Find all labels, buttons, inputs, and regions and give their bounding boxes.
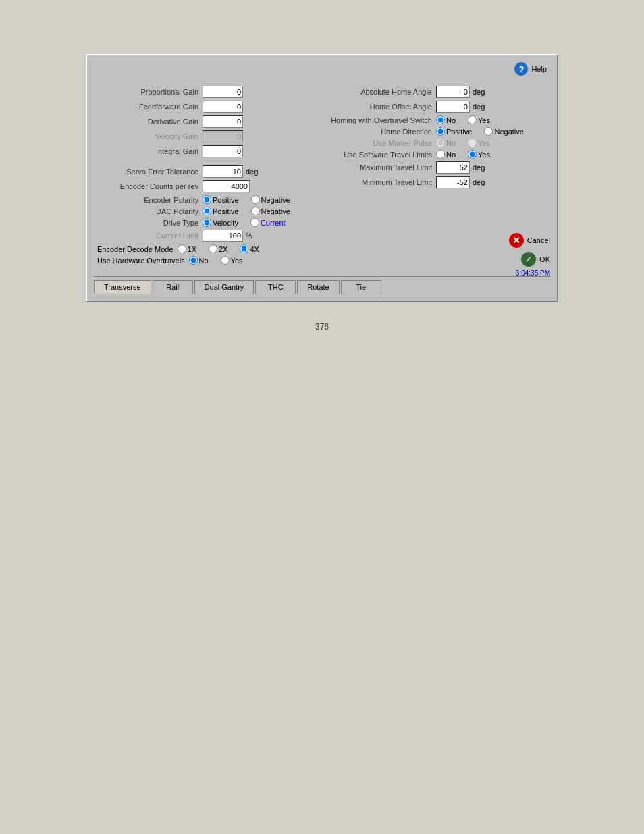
hardware-overtravels-label: Use Hardware Overtravels xyxy=(97,257,185,265)
homing-overtravel-no-option[interactable]: No xyxy=(436,115,456,124)
max-travel-input[interactable] xyxy=(436,161,470,174)
tab-rail[interactable]: Rail xyxy=(153,280,193,294)
drive-type-velocity-radio[interactable] xyxy=(203,218,211,227)
home-offset-angle-unit: deg xyxy=(473,103,485,111)
home-direction-label: Home Direction xyxy=(311,128,432,136)
hardware-overtravels-no-radio[interactable] xyxy=(189,256,198,265)
action-buttons: ✕ Cancel ✓ OK xyxy=(509,233,550,267)
tab-rotate[interactable]: Rotate xyxy=(297,280,339,294)
encoder-polarity-row: Encoder Polarity Positive Negative xyxy=(97,195,297,204)
drive-type-current-option[interactable]: Current xyxy=(250,218,286,227)
home-direction-positive-option[interactable]: Positive xyxy=(436,127,473,136)
drive-type-group: Velocity Current xyxy=(203,218,292,227)
encoder-decode-4x-option[interactable]: 4X xyxy=(240,244,259,253)
min-travel-unit: deg xyxy=(473,178,485,186)
home-direction-negative-option[interactable]: Negative xyxy=(484,127,523,136)
homing-overtravel-yes-option[interactable]: Yes xyxy=(468,115,490,124)
derivative-gain-label: Derivative Gain xyxy=(97,118,198,126)
marker-pulse-no-label: No xyxy=(446,139,456,147)
software-travel-no-label: No xyxy=(446,151,456,159)
encoder-decode-1x-option[interactable]: 1X xyxy=(178,244,196,253)
software-travel-no-option[interactable]: No xyxy=(436,150,456,159)
home-direction-positive-radio[interactable] xyxy=(436,127,445,136)
tab-thc[interactable]: THC xyxy=(255,280,296,294)
help-icon[interactable]: ? xyxy=(514,62,528,76)
encoder-decode-4x-radio[interactable] xyxy=(240,244,248,253)
ok-button[interactable]: ✓ OK xyxy=(521,252,550,267)
current-limit-label: Current Limit xyxy=(97,232,198,240)
hardware-overtravels-yes-radio[interactable] xyxy=(221,256,230,265)
home-offset-angle-row: Home Offset Angle deg xyxy=(311,101,547,113)
homing-overtravel-label: Homing with Overtravel Switch xyxy=(311,116,432,124)
homing-overtravel-yes-radio[interactable] xyxy=(468,115,477,124)
tab-transverse[interactable]: Transverse xyxy=(94,280,151,294)
current-limit-input[interactable] xyxy=(203,230,243,242)
encoder-polarity-positive-option[interactable]: Positive xyxy=(203,195,239,204)
encoder-decode-2x-option[interactable]: 2X xyxy=(209,244,227,253)
encoder-decode-2x-label: 2X xyxy=(219,245,227,253)
drive-type-current-radio[interactable] xyxy=(250,218,259,227)
hardware-overtravels-group: No Yes xyxy=(189,256,250,265)
feedforward-gain-label: Feedforward Gain xyxy=(97,103,198,111)
tab-dual-gantry[interactable]: Dual Gantry xyxy=(194,280,254,294)
min-travel-row: Minimum Travel Limit deg xyxy=(311,176,547,188)
encoder-decode-2x-radio[interactable] xyxy=(209,244,217,253)
integral-gain-label: Integral Gain xyxy=(97,147,198,155)
encoder-counts-row: Encoder Counts per rev xyxy=(97,180,297,192)
software-travel-yes-radio[interactable] xyxy=(468,150,477,159)
absolute-home-angle-label: Absolute Home Angle xyxy=(311,88,432,96)
integral-gain-input[interactable] xyxy=(203,145,243,157)
max-travel-row: Maximum Travel Limit deg xyxy=(311,161,547,174)
current-limit-unit: % xyxy=(246,232,252,240)
servo-error-input[interactable] xyxy=(203,165,243,178)
drive-type-velocity-label: Velocity xyxy=(213,219,238,227)
home-direction-group: Positive Negative xyxy=(436,127,531,136)
cancel-icon: ✕ xyxy=(509,233,524,248)
marker-pulse-yes-label: Yes xyxy=(478,139,490,147)
encoder-decode-label: Encoder Decode Mode xyxy=(97,245,173,253)
encoder-polarity-positive-radio[interactable] xyxy=(203,195,211,204)
software-travel-yes-option[interactable]: Yes xyxy=(468,150,490,159)
encoder-polarity-negative-option[interactable]: Negative xyxy=(251,195,290,204)
encoder-polarity-label: Encoder Polarity xyxy=(97,196,198,204)
drive-type-current-label: Current xyxy=(261,219,286,227)
home-offset-angle-input[interactable] xyxy=(436,101,470,113)
hardware-overtravels-yes-option[interactable]: Yes xyxy=(221,256,243,265)
absolute-home-angle-input[interactable] xyxy=(436,86,470,98)
software-travel-row: Use Software Travel Limits No Yes xyxy=(311,150,547,159)
derivative-gain-input[interactable] xyxy=(203,115,243,128)
hardware-overtravels-row: Use Hardware Overtravels No Yes xyxy=(97,256,297,265)
cancel-button[interactable]: ✕ Cancel xyxy=(509,233,550,248)
home-direction-negative-radio[interactable] xyxy=(484,127,493,136)
left-panel: Proportional Gain Feedforward Gain Deriv… xyxy=(97,86,297,267)
encoder-decode-1x-radio[interactable] xyxy=(178,244,186,253)
dac-polarity-positive-option[interactable]: Positive xyxy=(203,207,239,215)
tab-tie[interactable]: Tie xyxy=(341,280,381,294)
marker-pulse-no-option: No xyxy=(436,138,456,147)
velocity-gain-row: Velocity Gain xyxy=(97,130,297,142)
encoder-counts-input[interactable] xyxy=(203,180,250,192)
dac-polarity-negative-radio[interactable] xyxy=(251,207,260,215)
hardware-overtravels-no-label: No xyxy=(199,257,209,265)
min-travel-input[interactable] xyxy=(436,176,470,188)
encoder-counts-label: Encoder Counts per rev xyxy=(97,182,198,190)
homing-overtravel-no-radio[interactable] xyxy=(436,115,445,124)
homing-overtravel-no-label: No xyxy=(446,116,456,124)
drive-type-velocity-option[interactable]: Velocity xyxy=(203,218,238,227)
dac-polarity-negative-option[interactable]: Negative xyxy=(251,207,290,215)
feedforward-gain-input[interactable] xyxy=(203,101,243,113)
proportional-gain-input[interactable] xyxy=(203,86,243,98)
encoder-polarity-negative-radio[interactable] xyxy=(251,195,260,204)
absolute-home-angle-unit: deg xyxy=(473,88,485,96)
marker-pulse-no-radio xyxy=(436,138,445,147)
dac-polarity-group: Positive Negative xyxy=(203,207,297,215)
software-travel-no-radio[interactable] xyxy=(436,150,445,159)
dac-polarity-positive-radio[interactable] xyxy=(203,207,211,215)
encoder-decode-4x-label: 4X xyxy=(250,245,259,253)
dac-polarity-positive-label: Positive xyxy=(213,207,239,215)
help-label[interactable]: Help xyxy=(531,65,547,73)
proportional-gain-row: Proportional Gain xyxy=(97,86,297,98)
home-direction-row: Home Direction Positive Negative xyxy=(311,127,547,136)
hardware-overtravels-no-option[interactable]: No xyxy=(189,256,209,265)
min-travel-label: Minimum Travel Limit xyxy=(311,178,432,186)
